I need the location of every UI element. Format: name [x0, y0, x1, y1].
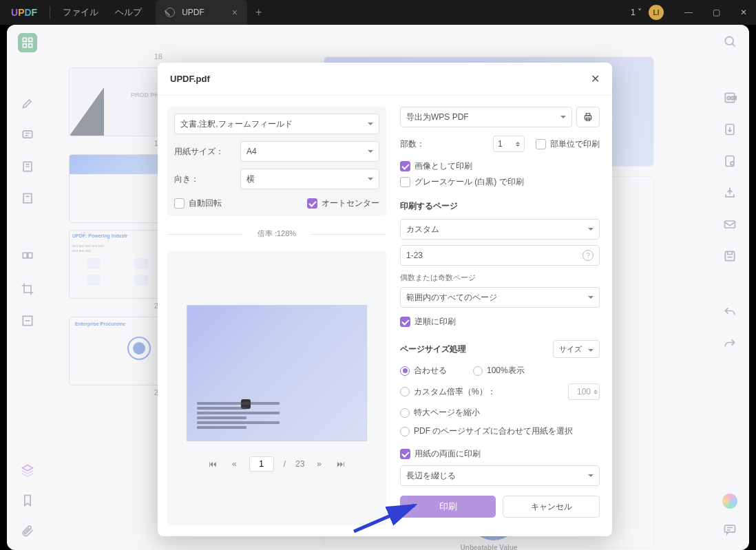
dialog-close-button[interactable]: ✕	[591, 72, 600, 85]
tab-title: UPDF	[182, 8, 204, 17]
page-total: 23	[295, 459, 304, 469]
printer-properties-button[interactable]	[576, 107, 600, 127]
copies-input[interactable]: 1	[493, 136, 525, 152]
print-button[interactable]: 印刷	[400, 496, 496, 518]
choose-paper-radio[interactable]: PDF のページサイズに合わせて用紙を選択	[400, 425, 573, 437]
notification-count[interactable]: 1 ˅	[631, 8, 642, 17]
odd-even-select[interactable]: 範囲内のすべてのページ	[400, 287, 600, 308]
size-section-title: ページサイズ処理	[400, 343, 466, 355]
print-dialog: UPDF.pdf ✕ 文書,注釈,フォームフィールド 用紙サイズ： A4 向き：…	[158, 63, 612, 536]
copies-label: 部数：	[400, 138, 425, 150]
user-avatar[interactable]: LI	[649, 5, 664, 20]
document-tab[interactable]: UPDF ×	[156, 0, 247, 25]
window-minimize-button[interactable]: —	[676, 0, 701, 25]
titlebar: UPDF ファイル ヘルプ UPDF × + 1 ˅ LI — ▢ ✕	[0, 0, 756, 25]
duplex-checkbox[interactable]: 用紙の両面に印刷	[400, 448, 481, 460]
custom-scale-input[interactable]: 100	[568, 383, 600, 400]
print-preview: ⏮ « / 23 » ⏭	[167, 251, 386, 525]
orientation-label: 向き：	[174, 173, 240, 185]
binding-select[interactable]: 長辺を綴じる	[400, 465, 600, 486]
preview-page	[187, 305, 367, 441]
first-page-button[interactable]: ⏮	[206, 456, 220, 472]
shrink-oversized-radio[interactable]: 特大ページを縮小	[400, 407, 480, 419]
next-page-button[interactable]: »	[314, 456, 324, 472]
cancel-button[interactable]: キャンセル	[503, 496, 600, 518]
prev-page-button[interactable]: «	[229, 456, 240, 472]
fit-radio[interactable]: 合わせる	[400, 365, 447, 377]
page-sep: /	[284, 459, 286, 469]
menu-help[interactable]: ヘルプ	[107, 6, 150, 19]
window-close-button[interactable]: ✕	[731, 0, 756, 25]
printer-select[interactable]: 导出为WPS PDF	[400, 107, 572, 127]
tab-close-icon[interactable]: ×	[232, 7, 238, 18]
page-range-mode-select[interactable]: カスタム	[400, 219, 600, 240]
last-page-button[interactable]: ⏭	[334, 456, 348, 472]
orientation-select[interactable]: 横	[240, 169, 379, 189]
custom-scale-radio[interactable]: カスタム倍率（%）：	[400, 386, 496, 398]
reverse-order-checkbox[interactable]: 逆順に印刷	[400, 316, 456, 328]
collate-checkbox[interactable]: 部単位で印刷	[536, 138, 600, 150]
page-range-input[interactable]: 1-23?	[400, 245, 600, 266]
pages-section-title: 印刷するページ	[400, 200, 600, 212]
print-as-image-checkbox[interactable]: 画像として印刷	[400, 160, 472, 172]
auto-center-checkbox[interactable]: オートセンター	[307, 198, 379, 209]
actual-size-radio[interactable]: 100%表示	[473, 365, 525, 377]
scale-label: 倍率 :128%	[167, 229, 386, 239]
paper-size-label: 用紙サイズ：	[174, 146, 240, 158]
dialog-title: UPDF.pdf	[170, 74, 210, 84]
content-select[interactable]: 文書,注釈,フォームフィールド	[174, 114, 379, 134]
main-area: OCR 18 PROD PH 19 UPDF: Powering Industr…	[7, 25, 749, 550]
odd-even-label: 偶数または奇数ページ	[400, 273, 600, 283]
separator	[50, 6, 50, 19]
grayscale-checkbox[interactable]: グレースケール (白黒) で印刷	[400, 176, 524, 188]
auto-rotate-checkbox[interactable]: 自動回転	[174, 198, 222, 209]
tab-icon	[165, 8, 175, 17]
svg-rect-20	[586, 114, 589, 116]
window-maximize-button[interactable]: ▢	[704, 0, 728, 25]
paper-size-select[interactable]: A4	[240, 141, 379, 162]
menu-file[interactable]: ファイル	[54, 6, 107, 19]
size-mode-select[interactable]: サイズ	[553, 340, 600, 358]
app-logo: UPDF	[11, 7, 37, 18]
page-input[interactable]	[249, 456, 274, 472]
add-tab-button[interactable]: +	[255, 6, 262, 19]
help-icon[interactable]: ?	[582, 250, 594, 261]
